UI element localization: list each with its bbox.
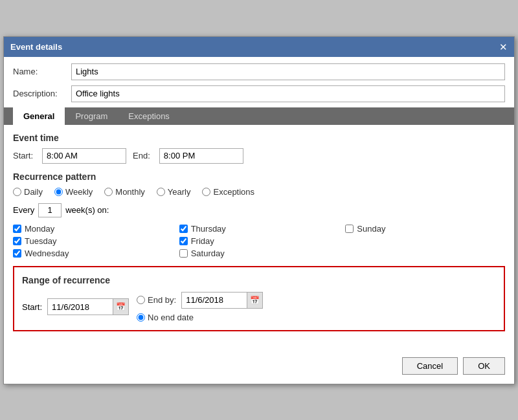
radio-yearly[interactable]: Yearly [157,187,191,197]
radio-daily-input[interactable] [13,188,21,196]
no-end-label: No end date [148,313,194,322]
dialog-titlebar: Event details ✕ [4,37,514,57]
description-input[interactable] [71,85,505,102]
checkbox-saturday[interactable] [179,249,188,258]
radio-exceptions[interactable]: Exceptions [202,187,254,197]
end-calendar-button[interactable]: 📅 [247,293,262,308]
radio-exceptions-label: Exceptions [213,187,254,197]
start-label: Start: [13,151,33,160]
recurrence-section: Recurrence pattern Daily Weekly Monthly … [13,171,505,258]
radio-no-end[interactable]: No end date [137,313,194,322]
radio-end-by-input[interactable] [137,296,145,304]
radio-weekly-label: Weekly [65,187,93,197]
radio-daily-label: Daily [24,187,43,197]
end-label: End: [133,151,150,160]
radio-monthly[interactable]: Monthly [104,187,145,197]
radio-monthly-input[interactable] [104,188,113,196]
day-monday-label: Monday [25,224,54,234]
recurrence-options-row: Daily Weekly Monthly Yearly Exceptions [13,187,505,197]
cancel-button[interactable]: Cancel [402,357,458,375]
dialog-footer: Cancel OK [4,351,514,384]
checkbox-tuesday[interactable] [13,237,21,245]
checkbox-sunday[interactable] [345,225,354,233]
day-sunday-label: Sunday [357,224,385,234]
radio-exceptions-input[interactable] [202,188,210,196]
day-friday-label: Friday [191,236,214,246]
tab-bar: General Program Exceptions [4,107,514,125]
empty-cell-2 [345,249,505,258]
no-end-row: No end date [137,313,263,322]
day-tuesday[interactable]: Tuesday [13,236,173,246]
end-date-input[interactable] [182,293,247,308]
recurrence-title: Recurrence pattern [13,171,505,182]
name-row: Name: [13,63,505,80]
checkbox-wednesday[interactable] [13,249,21,258]
radio-weekly[interactable]: Weekly [54,187,93,197]
end-date-wrap: 📅 [181,292,263,309]
day-thursday-label: Thursday [191,224,226,234]
close-button[interactable]: ✕ [499,42,508,52]
day-saturday[interactable]: Saturday [179,249,339,258]
radio-no-end-input[interactable] [137,313,145,322]
day-sunday[interactable]: Sunday [345,224,505,234]
day-saturday-label: Saturday [191,249,225,258]
tab-general[interactable]: General [13,107,65,125]
radio-daily[interactable]: Daily [13,187,43,197]
event-details-dialog: Event details ✕ Name: Description: Gener… [3,36,515,384]
start-date-wrap: 📅 [47,298,129,315]
radio-monthly-label: Monthly [115,187,145,197]
start-calendar-button[interactable]: 📅 [113,299,128,315]
day-thursday[interactable]: Thursday [179,224,339,234]
checkbox-monday[interactable] [13,225,21,233]
checkbox-thursday[interactable] [179,225,188,233]
day-wednesday-label: Wednesday [25,249,69,258]
end-options: End by: 📅 No end date [137,292,263,322]
range-start: Start: 📅 [22,298,129,315]
name-input[interactable] [71,63,505,80]
start-date-input[interactable] [48,299,113,315]
description-label: Description: [13,89,71,98]
dialog-body: Name: Description: General Program Excep… [4,57,514,338]
days-grid: Monday Thursday Sunday Tuesday Friday [13,224,505,258]
week-suffix: week(s) on: [65,205,109,215]
description-row: Description: [13,85,505,102]
end-by-row: End by: 📅 [137,292,263,309]
tab-program[interactable]: Program [65,107,118,125]
dialog-title: Event details [10,42,62,52]
range-row: Start: 📅 End by: [22,292,496,322]
start-time-input[interactable] [42,148,126,164]
event-time-title: Event time [13,133,505,143]
ok-button[interactable]: OK [463,357,505,375]
day-wednesday[interactable]: Wednesday [13,249,173,258]
checkbox-friday[interactable] [179,237,188,245]
range-section: Range of recurrence Start: 📅 [13,266,505,331]
empty-cell-1 [345,236,505,246]
every-row: Every week(s) on: [13,203,505,217]
day-monday[interactable]: Monday [13,224,173,234]
radio-weekly-input[interactable] [54,188,63,196]
name-label: Name: [13,67,71,76]
every-label: Every [13,205,34,215]
time-row: Start: End: [13,148,505,164]
calendar-icon: 📅 [116,302,126,311]
radio-yearly-input[interactable] [157,188,165,196]
tab-exceptions[interactable]: Exceptions [118,107,180,125]
end-by-label: End by: [148,295,176,305]
calendar-icon-end: 📅 [250,296,260,305]
range-start-label: Start: [22,302,42,312]
radio-yearly-label: Yearly [168,187,191,197]
radio-end-by[interactable]: End by: [137,295,176,305]
range-title: Range of recurrence [22,275,496,285]
day-friday[interactable]: Friday [179,236,339,246]
event-time-section: Event time Start: End: [13,133,505,164]
end-time-input[interactable] [159,148,243,164]
day-tuesday-label: Tuesday [25,236,56,246]
every-input[interactable] [38,203,62,217]
